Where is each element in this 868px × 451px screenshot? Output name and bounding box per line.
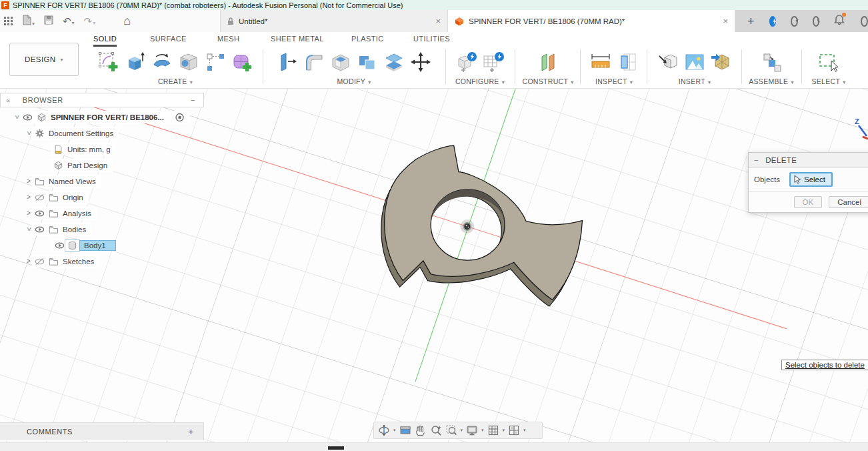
group-label-configure[interactable]: CONFIGURE ▾ [449, 77, 511, 85]
configure-icon[interactable] [455, 51, 478, 73]
delete-dialog-header[interactable]: − DELETE [749, 153, 868, 168]
tree-item-bodies[interactable]: > Bodies [0, 223, 204, 236]
insert-derive-icon[interactable] [657, 51, 679, 73]
collapse-dialog-icon[interactable]: − [754, 156, 759, 164]
configuration-table-icon[interactable] [482, 51, 505, 73]
caret-icon[interactable]: ▾ [461, 428, 463, 433]
profile-icon[interactable] [861, 16, 868, 27]
group-label-inspect[interactable]: INSPECT ▾ [584, 77, 644, 85]
comments-bar[interactable]: COMMENTS + [0, 422, 204, 440]
app-menu-icon[interactable] [4, 17, 13, 25]
assemble-icon[interactable] [760, 51, 783, 73]
section-analysis-icon[interactable] [616, 51, 639, 73]
collapse-panel-icon[interactable]: « [6, 96, 11, 104]
chevron-right-icon[interactable]: > [25, 193, 32, 201]
tree-item-root[interactable]: > SPINNER FOR VERT/ BE1806... [0, 111, 204, 123]
cancel-button[interactable]: Cancel [829, 196, 868, 208]
tree-item-origin[interactable]: > Origin [0, 191, 204, 203]
close-tab-icon[interactable]: × [723, 16, 728, 26]
tree-item-sketches[interactable]: > Sketches [0, 255, 204, 268]
caret-icon[interactable]: ▾ [481, 428, 484, 433]
group-label-construct[interactable]: CONSTRUCT ▾ [519, 77, 577, 85]
create-form-icon[interactable] [231, 51, 253, 73]
tree-item-document-settings[interactable]: > Document Settings [0, 127, 204, 139]
move-icon[interactable] [409, 51, 432, 73]
tab-surface[interactable]: SURFACE [150, 35, 187, 47]
caret-icon[interactable]: ▾ [523, 428, 526, 433]
group-label-create[interactable]: CREATE ▾ [90, 77, 261, 85]
ok-button[interactable]: OK [794, 196, 823, 208]
eye-icon[interactable] [35, 209, 45, 218]
offset-faces-icon[interactable] [383, 51, 405, 73]
press-pull-icon[interactable] [276, 51, 299, 73]
eye-off-icon[interactable] [35, 193, 45, 202]
taskbar-pill[interactable] [328, 446, 344, 450]
doc-tab-untitled[interactable]: Untitled* × [220, 10, 448, 32]
measure-icon[interactable] [589, 51, 612, 73]
eye-off-icon[interactable] [35, 257, 45, 266]
chevron-down-icon[interactable]: > [13, 114, 21, 121]
grid-settings-icon[interactable] [487, 424, 499, 436]
activate-component-radio[interactable] [175, 113, 185, 122]
new-file-button[interactable]: ▾ [22, 15, 35, 28]
new-tab-button[interactable]: + [747, 15, 755, 27]
revolve-icon[interactable] [151, 51, 173, 73]
chevron-down-icon[interactable]: > [25, 226, 33, 233]
doc-tab-active[interactable]: SPINNER FOR VERT/ BE1806 (70MM RAD)* × [448, 10, 735, 32]
redo-button[interactable]: ↷▾ [84, 15, 96, 27]
tab-mesh[interactable]: MESH [217, 35, 239, 47]
extrude-icon[interactable] [124, 51, 147, 73]
caret-icon[interactable]: ▾ [393, 428, 396, 433]
zoom-icon[interactable] [430, 424, 442, 436]
minimize-panel-icon[interactable]: − [191, 96, 195, 104]
pan-icon[interactable] [415, 424, 427, 436]
pattern-icon[interactable] [204, 51, 227, 73]
group-label-select[interactable]: SELECT ▾ [805, 77, 852, 85]
tab-plastic[interactable]: PLASTIC [351, 35, 384, 47]
shell-icon[interactable] [329, 51, 352, 73]
origin-marker[interactable] [460, 219, 474, 234]
chevron-right-icon[interactable]: > [25, 258, 32, 265]
tree-item-units[interactable]: Units: mm, g [0, 143, 204, 155]
insert-mesh-icon[interactable] [710, 51, 733, 73]
group-label-modify[interactable]: MODIFY ▾ [267, 77, 441, 85]
group-label-insert[interactable]: INSERT ▾ [651, 77, 739, 85]
select-icon[interactable] [817, 51, 840, 73]
save-button[interactable] [44, 15, 53, 27]
close-tab-icon[interactable]: × [435, 16, 441, 26]
construct-plane-icon[interactable] [537, 51, 559, 73]
tree-item-analysis[interactable]: > Analysis [0, 207, 204, 219]
model-viewport[interactable]: « BROWSER − > SPINNER FOR VERT/ BE1806..… [0, 89, 868, 451]
group-label-assemble[interactable]: ASSEMBLE ▾ [745, 77, 797, 85]
look-at-icon[interactable] [399, 424, 411, 436]
tree-item-named-views[interactable]: > Named Views [0, 175, 204, 187]
tree-item-body1[interactable]: Body1 [0, 239, 204, 252]
select-objects-button[interactable]: Select [789, 172, 833, 187]
notifications-button[interactable] [834, 14, 845, 28]
orbit-icon[interactable] [378, 424, 390, 436]
eye-icon[interactable] [55, 241, 65, 250]
chevron-down-icon[interactable]: > [25, 130, 33, 137]
viewports-icon[interactable] [508, 424, 520, 436]
eye-icon[interactable] [35, 225, 45, 234]
undo-button[interactable]: ↶▾ [63, 15, 75, 27]
insert-image-icon[interactable] [683, 51, 706, 73]
history-icon[interactable] [813, 16, 820, 27]
fillet-icon[interactable] [303, 51, 325, 73]
combine-icon[interactable] [356, 51, 379, 73]
home-button[interactable]: ⌂ [123, 15, 131, 27]
eye-icon[interactable] [23, 113, 33, 122]
chevron-right-icon[interactable]: > [25, 209, 32, 217]
primitive-icon[interactable] [177, 51, 200, 73]
caret-icon[interactable]: ▾ [503, 428, 505, 433]
extensions-icon[interactable] [791, 16, 798, 27]
tab-utilities[interactable]: UTILITIES [413, 35, 450, 47]
job-status-icon[interactable] [769, 16, 777, 27]
tree-item-part-design[interactable]: Part Design [0, 159, 204, 171]
zoom-window-icon[interactable] [445, 424, 457, 436]
create-sketch-icon[interactable] [97, 51, 120, 73]
workspace-switcher[interactable]: DESIGN ▾ [9, 43, 79, 76]
add-comment-button[interactable]: + [188, 426, 194, 437]
display-settings-icon[interactable] [466, 424, 478, 436]
tab-sheet-metal[interactable]: SHEET METAL [271, 35, 324, 47]
